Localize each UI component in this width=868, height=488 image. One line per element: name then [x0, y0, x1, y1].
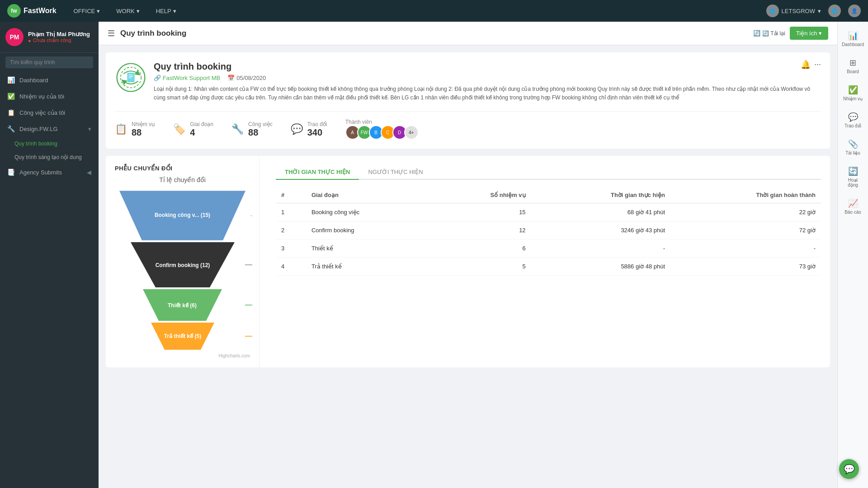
user-avatar-top[interactable]: 👤: [848, 5, 861, 17]
bell-icon[interactable]: 🔔: [801, 60, 811, 70]
funnel-segment-1-svg: Booking công v... (15): [119, 191, 245, 240]
col-stage: Giai đoạn: [306, 187, 432, 203]
search-input[interactable]: [5, 56, 93, 68]
process-card-header: Quy trình booking 🔗 FastWork Support MB …: [115, 61, 821, 102]
table-panel: THỜI GIAN THỰC HIỆN NGƯỜI THỰC HIỆN # Gi…: [267, 156, 830, 367]
sidebar-item-design-fw[interactable]: 🔧 Design.FW.LG ▾: [0, 121, 99, 137]
svg-text:Confirm booking (12): Confirm booking (12): [155, 262, 210, 268]
cell-complete-time: -: [670, 239, 821, 258]
funnel-chart-title: Tỉ lệ chuyển đổi: [115, 176, 250, 183]
right-nav-dashboard[interactable]: 📊 Dashboard: [840, 26, 867, 52]
page-title: Quy trình booking: [120, 29, 186, 38]
cell-index: 3: [276, 239, 306, 258]
sidebar-item-booking-process[interactable]: Quy trình booking: [0, 137, 99, 150]
tai-lieu-right-icon: 📎: [848, 139, 858, 149]
stats-row: 📋 Nhiệm vụ 88 🏷️ Giai đoạn 4: [115, 111, 821, 140]
cell-stage: Thiết kế: [306, 239, 432, 258]
language-icon[interactable]: 🌐: [828, 5, 841, 17]
nav-work[interactable]: WORK ▾: [113, 6, 143, 16]
stat-giai-doan: 🏷️ Giai đoạn 4: [173, 121, 213, 138]
cell-stage: Trả thiết kế: [306, 258, 432, 276]
right-nav-tai-lieu[interactable]: 📎 Tài liệu: [840, 135, 867, 160]
cell-tasks: 12: [432, 221, 531, 239]
more-members-badge: 4+: [404, 125, 419, 140]
right-nav-trao-doi[interactable]: 💬 Trao đổi: [840, 108, 867, 133]
content-area: ☰ Quy trình booking 🔄 🔄 Tải lại Tiện ích…: [99, 22, 837, 488]
logo[interactable]: fw FastWork: [7, 4, 57, 18]
right-sidebar: 📊 Dashboard ⊞ Board ✅ Nhiệm vụ 💬 Trao đổ…: [837, 22, 868, 488]
table-header: # Giai đoạn Số nhiệm vụ Thời gian thực h…: [276, 187, 821, 203]
sidebar-item-my-tasks[interactable]: ✅ Nhiệm vụ của tôi: [0, 88, 99, 104]
sidebar-menu: 📊 Dashboard ✅ Nhiệm vụ của tôi 📋 Công vi…: [0, 72, 99, 488]
chat-bubble-button[interactable]: 💬: [839, 459, 859, 479]
cong-viec-icon: 🔧: [231, 123, 244, 135]
avatar: PM: [5, 28, 24, 46]
svg-rect-2: [127, 72, 134, 82]
right-nav-hoat-dong[interactable]: 🔄 Hoạt động: [840, 162, 867, 192]
cell-exec-time: 3246 giờ 43 phút: [531, 221, 670, 239]
process-info: Quy trình booking 🔗 FastWork Support MB …: [154, 61, 821, 102]
tab-row: THỜI GIAN THỰC HIỆN NGƯỜI THỰC HIỆN: [276, 165, 821, 180]
col-index: #: [276, 187, 306, 203]
menu-toggle-icon[interactable]: ☰: [108, 28, 115, 38]
sidebar-item-content-creation[interactable]: Quy trình sáng tạo nội dung: [0, 150, 99, 164]
right-nav-bao-cao[interactable]: 📈 Báo cáo: [840, 194, 867, 219]
card-actions: 🔔 ···: [801, 60, 821, 70]
process-card: Quy trình booking 🔗 FastWork Support MB …: [106, 52, 830, 149]
refresh-button[interactable]: 🔄 🔄 Tải lại: [753, 30, 785, 37]
trao-doi-right-icon: 💬: [848, 112, 858, 122]
user-status: ● Chưa chấm công: [28, 38, 90, 43]
process-icon: [115, 61, 146, 93]
nhiem-vu-right-icon: ✅: [848, 85, 858, 95]
funnel-segment-4-svg: Trả thiết kế (5): [151, 323, 214, 350]
trao-doi-value: 340: [307, 127, 327, 138]
cell-complete-time: 72 giờ: [670, 221, 821, 239]
sidebar-item-agency-submits[interactable]: 📑 Agency Submits ◀: [0, 164, 99, 180]
cell-tasks: 6: [432, 239, 531, 258]
logo-icon: fw: [7, 4, 21, 18]
cell-tasks: 15: [432, 203, 531, 221]
more-options-icon[interactable]: ···: [814, 60, 821, 70]
segment-1-marker: -: [250, 212, 252, 219]
funnel-segment-1: Booking công v... (15) -: [119, 191, 245, 240]
agency-icon: 📑: [7, 169, 15, 176]
sidebar-item-dashboard[interactable]: 📊 Dashboard: [0, 72, 99, 88]
funnel-segment-3: Thiết kế (6) —: [119, 289, 245, 321]
sidebar-search-container: [0, 53, 99, 72]
org-avatar: 🌐: [766, 5, 779, 17]
tab-nguoi-thuc-hien[interactable]: NGƯỜI THỰC HIỆN: [359, 165, 432, 180]
tien-ich-button[interactable]: Tiện ích ▾: [790, 27, 828, 40]
segment-3-marker: —: [245, 301, 252, 309]
funnel-segment-2-svg: Confirm booking (12): [131, 242, 235, 287]
funnel-segment-3-svg: Thiết kế (6): [143, 289, 222, 321]
svg-text:Thiết kế (6): Thiết kế (6): [168, 302, 197, 309]
funnel-segment-2: Confirm booking (12) —: [119, 242, 245, 287]
sidebar-item-my-work[interactable]: 📋 Công việc của tôi: [0, 104, 99, 121]
svg-text:Trả thiết kế (5): Trả thiết kế (5): [164, 333, 201, 339]
cell-tasks: 5: [432, 258, 531, 276]
board-right-icon: ⊞: [849, 58, 856, 68]
org-selector[interactable]: 🌐 LETSGROW ▾: [766, 5, 821, 17]
header-actions: 🔄 🔄 Tải lại Tiện ích ▾: [753, 27, 828, 40]
right-nav-board[interactable]: ⊞ Board: [840, 53, 867, 79]
sidebar-user-section: PM Phạm Thị Mai Phương ● Chưa chấm công: [0, 22, 99, 53]
table-row: 4 Trả thiết kế 5 5886 giờ 48 phút 73 giờ: [276, 258, 821, 276]
nav-right-section: 🌐 LETSGROW ▾ 🌐 👤: [766, 5, 861, 17]
funnel-chart: Booking công v... (15) - Confirm booking…: [115, 191, 250, 350]
process-meta: 🔗 FastWork Support MB 📅 05/08/2020: [154, 75, 821, 81]
right-nav-nhiem-vu[interactable]: ✅ Nhiệm vụ: [840, 80, 867, 106]
nav-office[interactable]: OFFICE ▾: [70, 6, 104, 16]
col-exec-time: Thời gian thực hiện: [531, 187, 670, 203]
stat-trao-doi: 💬 Trao đổi 340: [291, 121, 327, 138]
process-description: Loại nội dung 1: Nhân viên content của F…: [154, 85, 821, 102]
cell-exec-time: 5886 giờ 48 phút: [531, 258, 670, 276]
nav-help[interactable]: HELP ▾: [152, 6, 180, 16]
process-author: 🔗 FastWork Support MB: [154, 75, 220, 81]
table-row: 1 Booking công việc 15 68 giờ 41 phút 22…: [276, 203, 821, 221]
tab-thoi-gian[interactable]: THỜI GIAN THỰC HIỆN: [276, 165, 359, 180]
cell-stage: Booking công việc: [306, 203, 432, 221]
cell-index: 4: [276, 258, 306, 276]
nhiem-vu-value: 88: [132, 127, 155, 138]
cell-index: 2: [276, 221, 306, 239]
table-row: 2 Confirm booking 12 3246 giờ 43 phút 72…: [276, 221, 821, 239]
